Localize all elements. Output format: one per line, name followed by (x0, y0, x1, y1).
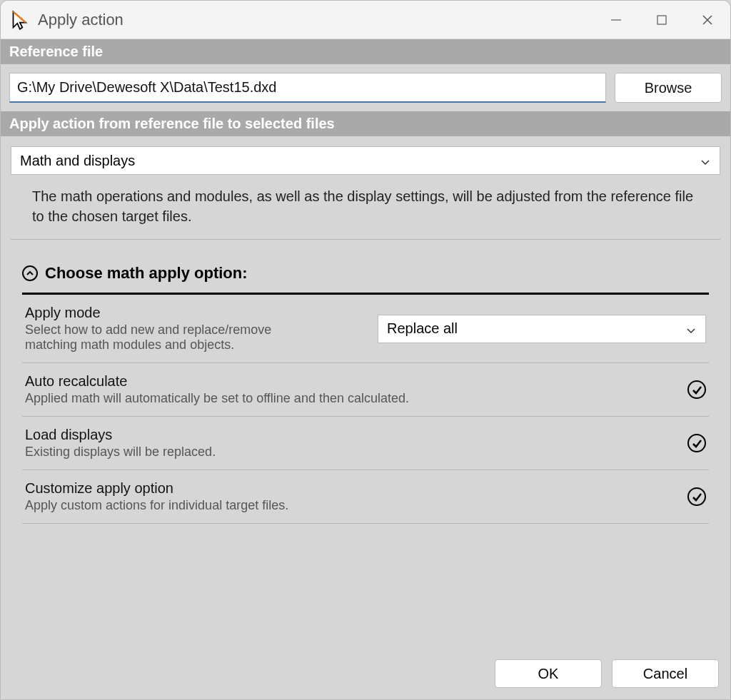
chevron-down-icon (700, 155, 711, 166)
option-auto-recalculate: Auto recalculate Applied math will autom… (22, 363, 709, 417)
option-apply-mode: Apply mode Select how to add new and rep… (22, 295, 709, 363)
maximize-button[interactable] (639, 1, 685, 39)
ok-button[interactable]: OK (495, 659, 602, 688)
apply-action-dialog: Apply action Reference file Browse Apply… (0, 0, 731, 700)
svg-rect-1 (657, 16, 666, 24)
customize-checkbox[interactable] (687, 487, 706, 506)
auto-recalc-checkbox[interactable] (687, 380, 706, 399)
group-title: Choose math apply option: (45, 264, 248, 283)
option-load-displays: Load displays Existing displays will be … (22, 417, 709, 470)
reference-path-input[interactable] (9, 73, 606, 103)
auto-recalc-title: Auto recalculate (25, 373, 673, 390)
load-displays-checkbox[interactable] (687, 434, 706, 452)
window-controls (593, 1, 730, 39)
apply-mode-title: Apply mode (25, 305, 363, 321)
collapse-up-icon (22, 265, 38, 281)
apply-mode-subtitle: Select how to add new and replace/remove… (25, 323, 296, 352)
customize-title: Customize apply option (25, 480, 673, 497)
minimize-button[interactable] (593, 1, 639, 39)
group-header[interactable]: Choose math apply option: (22, 264, 709, 295)
load-displays-subtitle: Existing displays will be replaced. (25, 445, 673, 460)
load-displays-title: Load displays (25, 427, 673, 443)
action-type-value: Math and displays (20, 153, 135, 169)
dialog-footer: OK Cancel (1, 648, 730, 699)
apply-mode-dropdown[interactable]: Replace all (378, 315, 706, 343)
cursor-icon (11, 10, 31, 30)
auto-recalc-subtitle: Applied math will automatically be set t… (25, 391, 673, 406)
reference-file-row: Browse (1, 64, 730, 111)
section-header-reference: Reference file (1, 39, 730, 64)
math-apply-group: Choose math apply option: Apply mode Sel… (22, 264, 709, 524)
customize-subtitle: Apply custom actions for individual targ… (25, 498, 673, 513)
action-type-dropdown[interactable]: Math and displays (11, 146, 720, 175)
section-header-apply: Apply action from reference file to sele… (1, 111, 730, 136)
close-button[interactable] (685, 1, 730, 39)
action-description: The math operations and modules, as well… (11, 175, 720, 240)
apply-mode-value: Replace all (387, 320, 458, 337)
option-customize: Customize apply option Apply custom acti… (22, 470, 709, 524)
cancel-button[interactable]: Cancel (612, 659, 719, 688)
window-title: Apply action (38, 11, 123, 29)
browse-button[interactable]: Browse (615, 73, 722, 103)
chevron-down-icon (685, 323, 697, 335)
titlebar: Apply action (1, 1, 730, 39)
